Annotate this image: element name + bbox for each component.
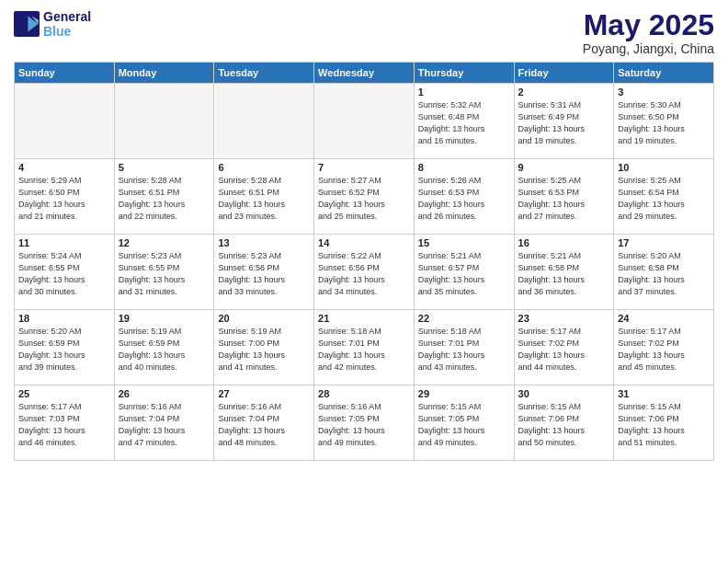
day-number: 26 [119, 388, 210, 399]
day-info: Sunrise: 5:16 AMSunset: 7:04 PMDaylight:… [218, 401, 310, 449]
day-number: 10 [618, 162, 710, 173]
weekday-header-saturday: Saturday [614, 63, 714, 84]
day-info: Sunrise: 5:15 AMSunset: 7:05 PMDaylight:… [418, 401, 510, 449]
calendar-cell: 26Sunrise: 5:16 AMSunset: 7:04 PMDayligh… [114, 385, 214, 461]
day-number: 24 [618, 313, 710, 324]
calendar-cell: 2Sunrise: 5:31 AMSunset: 6:49 PMDaylight… [514, 84, 614, 159]
calendar-cell: 27Sunrise: 5:16 AMSunset: 7:04 PMDayligh… [214, 385, 314, 461]
day-info: Sunrise: 5:19 AMSunset: 7:00 PMDaylight:… [218, 326, 310, 373]
day-number: 13 [218, 237, 310, 248]
calendar-cell: 28Sunrise: 5:16 AMSunset: 7:05 PMDayligh… [314, 385, 415, 461]
day-number: 14 [318, 237, 410, 248]
day-number: 9 [518, 162, 610, 173]
calendar-cell: 13Sunrise: 5:23 AMSunset: 6:56 PMDayligh… [214, 235, 314, 310]
calendar-cell [314, 84, 415, 159]
day-number: 29 [418, 388, 510, 399]
day-number: 18 [18, 313, 110, 324]
day-info: Sunrise: 5:19 AMSunset: 6:59 PMDaylight:… [119, 326, 210, 373]
day-number: 3 [618, 86, 710, 98]
day-info: Sunrise: 5:27 AMSunset: 6:52 PMDaylight:… [318, 175, 410, 223]
day-number: 1 [418, 86, 510, 98]
calendar-cell: 11Sunrise: 5:24 AMSunset: 6:55 PMDayligh… [15, 235, 115, 310]
day-info: Sunrise: 5:30 AMSunset: 6:50 PMDaylight:… [618, 99, 710, 147]
calendar-cell: 15Sunrise: 5:21 AMSunset: 6:57 PMDayligh… [414, 235, 514, 310]
day-info: Sunrise: 5:26 AMSunset: 6:53 PMDaylight:… [418, 175, 510, 223]
day-info: Sunrise: 5:31 AMSunset: 6:49 PMDaylight:… [518, 99, 610, 147]
day-number: 25 [18, 388, 110, 399]
week-row-4: 25Sunrise: 5:17 AMSunset: 7:03 PMDayligh… [15, 385, 714, 461]
calendar-cell [15, 84, 115, 159]
day-number: 22 [418, 313, 510, 324]
calendar-cell: 4Sunrise: 5:29 AMSunset: 6:50 PMDaylight… [15, 159, 115, 235]
calendar-cell: 12Sunrise: 5:23 AMSunset: 6:55 PMDayligh… [114, 235, 214, 310]
day-info: Sunrise: 5:18 AMSunset: 7:01 PMDaylight:… [318, 326, 410, 373]
week-row-2: 11Sunrise: 5:24 AMSunset: 6:55 PMDayligh… [15, 235, 714, 310]
day-number: 17 [618, 237, 710, 248]
day-number: 23 [518, 313, 610, 324]
calendar-cell: 14Sunrise: 5:22 AMSunset: 6:56 PMDayligh… [314, 235, 415, 310]
day-number: 15 [418, 237, 510, 248]
calendar-cell: 9Sunrise: 5:25 AMSunset: 6:53 PMDaylight… [514, 159, 614, 235]
day-info: Sunrise: 5:23 AMSunset: 6:55 PMDaylight:… [119, 250, 210, 298]
calendar-table: SundayMondayTuesdayWednesdayThursdayFrid… [14, 62, 714, 461]
calendar-cell [214, 84, 314, 159]
day-info: Sunrise: 5:16 AMSunset: 7:04 PMDaylight:… [119, 401, 210, 449]
day-info: Sunrise: 5:17 AMSunset: 7:02 PMDaylight:… [518, 326, 610, 373]
calendar-cell: 18Sunrise: 5:20 AMSunset: 6:59 PMDayligh… [15, 310, 115, 385]
day-number: 27 [218, 388, 310, 399]
day-number: 7 [318, 162, 410, 173]
day-number: 6 [218, 162, 310, 173]
day-number: 21 [318, 313, 410, 324]
weekday-header-tuesday: Tuesday [214, 63, 314, 84]
calendar-title: May 2025 [583, 9, 714, 41]
logo-icon [14, 11, 40, 37]
weekday-header-friday: Friday [514, 63, 614, 84]
calendar-cell: 22Sunrise: 5:18 AMSunset: 7:01 PMDayligh… [414, 310, 514, 385]
day-info: Sunrise: 5:25 AMSunset: 6:54 PMDaylight:… [618, 175, 710, 223]
calendar-cell: 21Sunrise: 5:18 AMSunset: 7:01 PMDayligh… [314, 310, 415, 385]
calendar-cell: 24Sunrise: 5:17 AMSunset: 7:02 PMDayligh… [614, 310, 714, 385]
day-number: 20 [218, 313, 310, 324]
day-info: Sunrise: 5:24 AMSunset: 6:55 PMDaylight:… [18, 250, 110, 298]
day-number: 12 [119, 237, 210, 248]
calendar-cell: 25Sunrise: 5:17 AMSunset: 7:03 PMDayligh… [15, 385, 115, 461]
day-info: Sunrise: 5:29 AMSunset: 6:50 PMDaylight:… [18, 175, 110, 223]
day-number: 5 [119, 162, 210, 173]
day-info: Sunrise: 5:20 AMSunset: 6:58 PMDaylight:… [618, 250, 710, 298]
day-info: Sunrise: 5:15 AMSunset: 7:06 PMDaylight:… [518, 401, 610, 449]
calendar-cell: 29Sunrise: 5:15 AMSunset: 7:05 PMDayligh… [414, 385, 514, 461]
header: General Blue May 2025 Poyang, Jiangxi, C… [14, 9, 714, 56]
day-info: Sunrise: 5:15 AMSunset: 7:06 PMDaylight:… [618, 401, 710, 449]
logo-text: General Blue [43, 9, 91, 39]
week-row-3: 18Sunrise: 5:20 AMSunset: 6:59 PMDayligh… [15, 310, 714, 385]
day-info: Sunrise: 5:22 AMSunset: 6:56 PMDaylight:… [318, 250, 410, 298]
day-info: Sunrise: 5:32 AMSunset: 6:48 PMDaylight:… [418, 99, 510, 147]
weekday-header-sunday: Sunday [15, 63, 115, 84]
day-info: Sunrise: 5:16 AMSunset: 7:05 PMDaylight:… [318, 401, 410, 449]
calendar-subtitle: Poyang, Jiangxi, China [583, 41, 714, 56]
day-number: 19 [119, 313, 210, 324]
calendar-cell: 20Sunrise: 5:19 AMSunset: 7:00 PMDayligh… [214, 310, 314, 385]
day-info: Sunrise: 5:23 AMSunset: 6:56 PMDaylight:… [218, 250, 310, 298]
day-info: Sunrise: 5:25 AMSunset: 6:53 PMDaylight:… [518, 175, 610, 223]
calendar-cell: 23Sunrise: 5:17 AMSunset: 7:02 PMDayligh… [514, 310, 614, 385]
calendar-cell: 5Sunrise: 5:28 AMSunset: 6:51 PMDaylight… [114, 159, 214, 235]
day-number: 2 [518, 86, 610, 98]
day-info: Sunrise: 5:21 AMSunset: 6:58 PMDaylight:… [518, 250, 610, 298]
calendar-cell: 10Sunrise: 5:25 AMSunset: 6:54 PMDayligh… [614, 159, 714, 235]
day-info: Sunrise: 5:20 AMSunset: 6:59 PMDaylight:… [18, 326, 110, 373]
day-info: Sunrise: 5:28 AMSunset: 6:51 PMDaylight:… [218, 175, 310, 223]
day-number: 30 [518, 388, 610, 399]
calendar-cell: 7Sunrise: 5:27 AMSunset: 6:52 PMDaylight… [314, 159, 415, 235]
calendar-cell: 31Sunrise: 5:15 AMSunset: 7:06 PMDayligh… [614, 385, 714, 461]
day-info: Sunrise: 5:17 AMSunset: 7:03 PMDaylight:… [18, 401, 110, 449]
week-row-0: 1Sunrise: 5:32 AMSunset: 6:48 PMDaylight… [15, 84, 714, 159]
day-info: Sunrise: 5:17 AMSunset: 7:02 PMDaylight:… [618, 326, 710, 373]
weekday-header-wednesday: Wednesday [314, 63, 415, 84]
calendar-cell: 1Sunrise: 5:32 AMSunset: 6:48 PMDaylight… [414, 84, 514, 159]
calendar-cell: 30Sunrise: 5:15 AMSunset: 7:06 PMDayligh… [514, 385, 614, 461]
day-number: 4 [18, 162, 110, 173]
day-info: Sunrise: 5:21 AMSunset: 6:57 PMDaylight:… [418, 250, 510, 298]
calendar-cell: 17Sunrise: 5:20 AMSunset: 6:58 PMDayligh… [614, 235, 714, 310]
day-number: 16 [518, 237, 610, 248]
